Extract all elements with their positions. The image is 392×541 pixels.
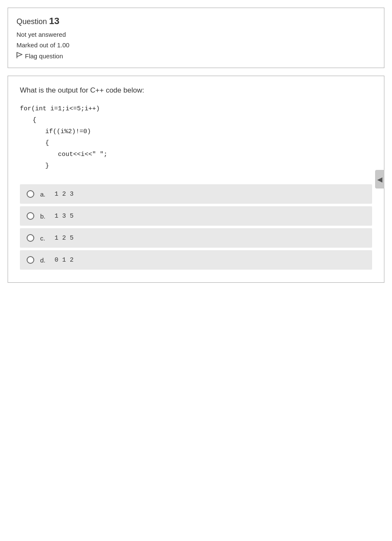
- code-line-1: for(int i=1;i<=5;i++): [20, 103, 372, 115]
- option-a[interactable]: a. 1 2 3: [20, 184, 372, 204]
- radio-b[interactable]: [27, 212, 34, 220]
- question-number: Question 13: [16, 16, 376, 27]
- radio-c[interactable]: [27, 234, 34, 242]
- question-status: Not yet answered: [16, 31, 376, 38]
- flag-icon: [16, 52, 22, 60]
- question-text: What is the output for C++ code below:: [20, 86, 372, 95]
- option-d[interactable]: d. 0 1 2: [20, 250, 372, 270]
- code-block: for(int i=1;i<=5;i++) { if((i%2)!=0) { c…: [20, 103, 372, 172]
- option-d-letter: d.: [40, 257, 49, 264]
- option-b[interactable]: b. 1 3 5: [20, 206, 372, 226]
- flag-question-button[interactable]: Flag question: [16, 52, 376, 60]
- question-content-box: ◀ What is the output for C++ code below:…: [8, 76, 384, 283]
- option-c-value: 1 2 5: [55, 235, 74, 242]
- option-d-value: 0 1 2: [55, 257, 74, 264]
- collapse-tab[interactable]: ◀: [375, 170, 384, 189]
- code-line-4: {: [20, 137, 372, 149]
- code-line-2: {: [20, 115, 372, 126]
- collapse-arrow-icon: ◀: [377, 175, 382, 183]
- option-a-letter: a.: [40, 191, 49, 198]
- option-c-letter: c.: [40, 235, 49, 242]
- code-line-6: }: [20, 160, 372, 172]
- question-number-value: 13: [49, 16, 59, 26]
- option-b-value: 1 3 5: [55, 213, 74, 220]
- code-line-3: if((i%2)!=0): [20, 126, 372, 137]
- option-c[interactable]: c. 1 2 5: [20, 228, 372, 248]
- question-marked: Marked out of 1.00: [16, 41, 376, 49]
- code-line-5: cout<<i<<" ";: [20, 149, 372, 160]
- options-list: a. 1 2 3 b. 1 3 5 c. 1 2 5 d. 0 1 2: [20, 184, 372, 270]
- radio-a[interactable]: [27, 190, 34, 198]
- question-meta-box: Question 13 Not yet answered Marked out …: [8, 8, 384, 68]
- flag-label: Flag question: [25, 52, 63, 60]
- option-b-letter: b.: [40, 213, 49, 220]
- question-label: Question: [16, 17, 47, 26]
- svg-marker-0: [17, 52, 22, 57]
- radio-d[interactable]: [27, 256, 34, 264]
- option-a-value: 1 2 3: [55, 191, 74, 198]
